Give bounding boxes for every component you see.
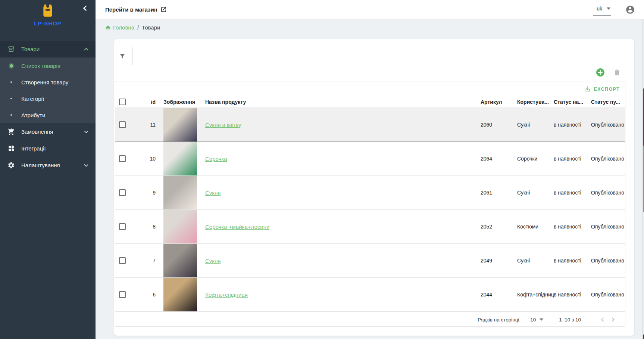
product-name-link[interactable]: Сорочка +майка+лосини [205, 224, 269, 230]
trash-icon [613, 69, 621, 76]
table-row: 7 Сукня 2049 Сукні в наявності Опубліков… [115, 244, 625, 278]
sidebar-item-label: Атрибути [21, 112, 45, 118]
row-user-category: Сорочки [517, 156, 554, 162]
filter-button[interactable] [118, 51, 127, 61]
table-header-row: id Зображення Назва продукту Артикул Кор… [115, 96, 625, 108]
row-id: 11 [133, 122, 156, 128]
export-button[interactable]: ЕКСПОРТ [584, 85, 620, 92]
column-header-sku: Артикул [481, 99, 517, 105]
row-sku: 2049 [481, 258, 517, 264]
delete-selected-button[interactable] [613, 69, 621, 76]
product-name-link[interactable]: Сукня в квітку [205, 122, 241, 128]
product-name-link[interactable]: Сорочка [205, 156, 227, 162]
chevron-up-icon [84, 47, 89, 52]
row-id: 10 [133, 156, 156, 162]
bullet-icon [7, 81, 15, 83]
add-product-button[interactable] [596, 68, 604, 77]
sidebar-item-product-list[interactable]: Список товарів [0, 57, 96, 74]
row-user-category: Сукні [517, 122, 554, 128]
go-to-shop-label: Перейти в магазин [105, 6, 157, 13]
sidebar-item-integrations[interactable]: Інтеграції [0, 140, 96, 157]
sidebar-item-label: Інтеграції [21, 145, 89, 152]
row-user-category: Сукні [517, 190, 554, 196]
sidebar: LP-SHOP Товари Список товарів Створення … [0, 0, 96, 339]
product-name-link[interactable]: Сукня [205, 190, 221, 196]
product-image[interactable] [163, 142, 197, 175]
shopping-bag-logo-icon [40, 3, 55, 18]
product-image[interactable] [163, 176, 197, 209]
breadcrumb: Головна / Товари [105, 23, 160, 31]
account-menu-button[interactable] [625, 5, 635, 15]
column-header-image: Зображення [156, 99, 205, 105]
download-icon [584, 85, 591, 92]
next-page-button[interactable] [608, 314, 618, 325]
product-image[interactable] [163, 278, 197, 311]
product-image[interactable] [163, 108, 197, 141]
products-box-icon [7, 46, 15, 53]
row-publication-status: Опубліковано [591, 190, 625, 196]
row-checkbox[interactable] [119, 257, 126, 264]
row-checkbox[interactable] [119, 155, 126, 162]
admin-screen: LP-SHOP Товари Список товарів Створення … [0, 0, 644, 339]
bullet-icon [7, 98, 15, 99]
sidebar-item-categories[interactable]: Категорії [0, 90, 96, 107]
sidebar-item-products[interactable]: Товари [0, 41, 96, 57]
product-name-link[interactable]: Сукня [205, 258, 221, 264]
row-availability-status: в наявності [554, 258, 591, 264]
language-select[interactable]: uk [593, 4, 611, 16]
product-image[interactable] [163, 210, 197, 243]
row-checkbox[interactable] [119, 291, 126, 298]
row-publication-status: Опубліковано [591, 224, 625, 230]
previous-page-button[interactable] [597, 314, 608, 325]
row-id: 6 [133, 292, 156, 298]
row-id: 8 [133, 224, 156, 230]
product-name-link[interactable]: Кофта+спідниця [205, 292, 248, 298]
sidebar-item-label: Створення товару [21, 79, 68, 85]
breadcrumb-current: Товари [142, 24, 160, 31]
widgets-icon [7, 145, 15, 152]
sidebar-item-label: Категорії [21, 96, 44, 102]
select-all-checkbox[interactable] [119, 99, 126, 105]
home-icon [105, 25, 111, 30]
row-availability-status: в наявності [554, 190, 591, 196]
row-publication-status: Опубліковано [591, 156, 625, 162]
column-header-name: Назва продукту [205, 99, 481, 105]
row-id: 7 [133, 258, 156, 264]
row-availability-status: в наявності [554, 292, 591, 298]
sidebar-item-label: Список товарів [21, 63, 60, 69]
table-body: 11 Сукня в квітку 2060 Сукні в наявності… [115, 108, 625, 312]
go-to-shop-link[interactable]: Перейти в магазин [105, 6, 167, 13]
row-checkbox[interactable] [119, 223, 126, 230]
sidebar-collapse-button[interactable] [80, 3, 90, 13]
table-row: 10 Сорочка 2064 Сорочки в наявності Опуб… [115, 142, 625, 176]
row-publication-status: Опубліковано [591, 258, 625, 264]
products-submenu: Список товарів Створення товару Категорі… [0, 57, 96, 123]
products-table-card: ЕКСПОРТ id Зображення Назва продукту Арт… [115, 81, 625, 327]
row-user-category: Сукні [517, 258, 554, 264]
sidebar-item-orders[interactable]: Замовлення [0, 123, 96, 140]
chevron-down-icon [84, 129, 89, 134]
row-availability-status: в наявності [554, 156, 591, 162]
row-publication-status: Опубліковано [591, 122, 625, 128]
sidebar-item-attributes[interactable]: Атрибути [0, 107, 96, 123]
row-checkbox[interactable] [119, 121, 126, 128]
pagination: Рядків на сторінці: 10 1–10 з 10 [115, 312, 625, 327]
sidebar-item-create-product[interactable]: Створення товару [0, 74, 96, 90]
export-label: ЕКСПОРТ [594, 86, 620, 92]
bullet-icon [7, 114, 15, 116]
breadcrumb-home-link[interactable]: Головна [105, 24, 134, 31]
cart-plus-icon [7, 128, 15, 136]
product-image[interactable] [163, 244, 197, 277]
row-availability-status: в наявності [554, 122, 591, 128]
active-bullet-icon [7, 64, 15, 68]
table-row: 11 Сукня в квітку 2060 Сукні в наявності… [115, 108, 625, 142]
filter-funnel-icon [119, 52, 126, 60]
row-sku: 2044 [481, 292, 517, 298]
rows-per-page-select[interactable]: 10 [530, 317, 543, 323]
caret-down-icon [607, 7, 610, 10]
breadcrumb-home-label: Головна [113, 24, 134, 31]
column-header-availability: Статус на... [554, 99, 591, 105]
sidebar-item-settings[interactable]: Налаштування [0, 157, 96, 174]
row-checkbox[interactable] [119, 189, 126, 196]
breadcrumb-separator: / [137, 24, 139, 31]
